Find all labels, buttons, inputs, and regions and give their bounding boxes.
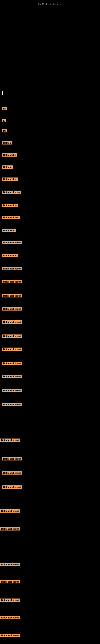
bottleneck-label-16: Bottleneck result xyxy=(2,294,22,298)
label-text-14: Bottleneck result xyxy=(2,267,22,270)
bottleneck-label-5: Bottleneck r xyxy=(2,153,17,156)
label-text-7: Bottleneck re xyxy=(2,178,18,181)
bottleneck-label-28: Bottleneck result xyxy=(2,485,22,489)
cursor: | xyxy=(2,90,3,95)
bottleneck-label-33: Bottleneck result xyxy=(0,598,20,602)
bottleneck-label-20: Bottleneck result xyxy=(2,347,22,351)
bottleneck-label-6: Bottlene xyxy=(2,165,13,169)
label-text-11: Bottleneck xyxy=(2,229,16,232)
bottleneck-label-14: Bottleneck result xyxy=(2,267,22,270)
label-text-32: Bottleneck result xyxy=(0,580,20,584)
label-text-23: Bottleneck result xyxy=(2,389,22,392)
bottleneck-label-18: Bottleneck result xyxy=(2,320,22,324)
bottleneck-label-21: Bottleneck result xyxy=(2,361,22,365)
bottleneck-label-10: Bottleneck res xyxy=(2,215,20,219)
label-text-25: Bottleneck result xyxy=(0,438,20,442)
label-text-33: Bottleneck result xyxy=(0,598,20,602)
label-text-31: Bottleneck result xyxy=(0,563,20,566)
bottleneck-label-3: B4 xyxy=(2,129,7,132)
label-text-35: Bottleneck result xyxy=(0,634,20,637)
label-text-22: Bottleneck result xyxy=(2,375,22,378)
bottleneck-label-19: Bottleneck result xyxy=(2,334,22,338)
label-text-2: E xyxy=(2,119,6,122)
bottleneck-label-30: Bottleneck result xyxy=(0,527,20,530)
bottleneck-label-32: Bottleneck result xyxy=(0,580,20,584)
bottleneck-label-35: Bottleneck result xyxy=(0,633,20,637)
bottleneck-label-26: Bottleneck result xyxy=(2,457,22,460)
bottleneck-label-13: Bottleneck re xyxy=(2,254,18,257)
bottleneck-label-23: Bottleneck result xyxy=(2,388,22,392)
label-text-16: Bottleneck result xyxy=(2,294,22,298)
label-text-19: Bottleneck result xyxy=(2,334,22,338)
site-title: TheBottlenecker.com xyxy=(0,1,100,7)
label-text-9: Bottleneck re xyxy=(2,204,18,207)
bottleneck-label-31: Bottleneck result xyxy=(0,562,20,566)
label-text-20: Bottleneck result xyxy=(2,348,22,351)
label-text-28: Bottleneck result xyxy=(2,486,22,489)
label-text-24: Bottleneck result xyxy=(2,403,22,406)
bottleneck-label-4: Bottlen xyxy=(2,141,12,144)
bottleneck-label-24: Bottleneck result xyxy=(2,402,22,406)
label-text-12: Bottleneck result xyxy=(2,241,22,244)
label-text-21: Bottleneck result xyxy=(2,362,22,365)
bottleneck-label-17: Bottleneck result xyxy=(2,307,22,310)
bottleneck-label-8: Bottleneck resu xyxy=(2,190,21,194)
bottleneck-label-1: B4 xyxy=(2,107,7,110)
label-text-17: Bottleneck result xyxy=(2,307,22,310)
bottleneck-label-22: Bottleneck result xyxy=(2,374,22,378)
label-text-13: Bottleneck re xyxy=(2,254,18,257)
bottleneck-label-34: Bottleneck result xyxy=(0,616,20,619)
label-text-1: B4 xyxy=(2,107,7,110)
label-text-34: Bottleneck result xyxy=(0,616,20,619)
label-text-27: Bottleneck result xyxy=(2,471,22,474)
bottleneck-label-15: Bottleneck result xyxy=(2,280,22,283)
label-text-5: Bottleneck r xyxy=(2,153,17,156)
bottleneck-label-9: Bottleneck re xyxy=(2,203,18,207)
label-text-26: Bottleneck result xyxy=(2,457,22,460)
bottleneck-label-25: Bottleneck result xyxy=(0,438,20,442)
bottleneck-label-2: E xyxy=(2,119,6,122)
bottleneck-label-27: Bottleneck result xyxy=(2,471,22,474)
label-text-15: Bottleneck result xyxy=(2,280,22,283)
label-text-30: Bottleneck result xyxy=(0,527,20,530)
label-text-6: Bottlene xyxy=(2,166,13,169)
label-text-4: Bottlen xyxy=(2,141,12,144)
label-text-18: Bottleneck result xyxy=(2,320,22,324)
bottleneck-label-11: Bottleneck xyxy=(2,228,16,232)
bottleneck-label-7: Bottleneck re xyxy=(2,177,18,181)
label-text-3: B4 xyxy=(2,129,7,132)
label-text-10: Bottleneck res xyxy=(2,216,20,219)
label-text-8: Bottleneck resu xyxy=(2,190,21,194)
bottleneck-label-12: Bottleneck result xyxy=(2,240,22,244)
label-text-29: Bottleneck result xyxy=(0,509,20,512)
bottleneck-label-29: Bottleneck result xyxy=(0,509,20,512)
